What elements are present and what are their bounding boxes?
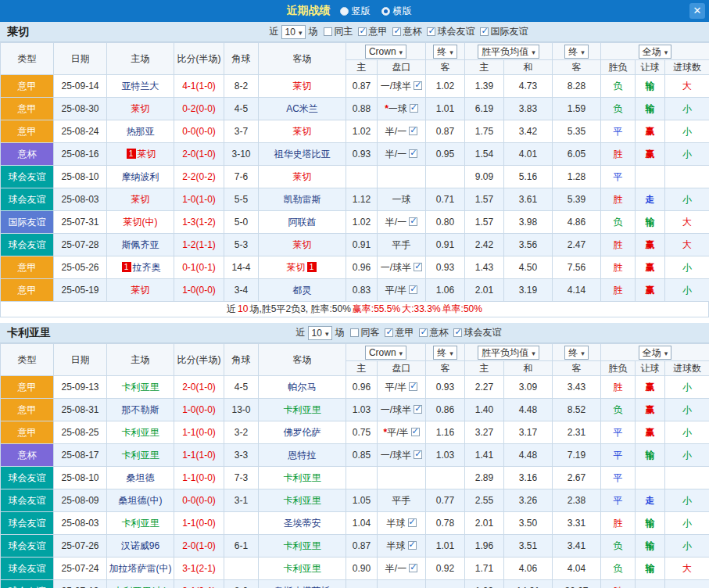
handicap-checkbox-icon[interactable] [414,81,422,90]
result-cell: 胜 [601,256,636,279]
avg-away-cell: 2.31 [553,421,601,444]
handicap-checkbox-icon[interactable] [409,149,417,158]
filter-checkbox[interactable]: 同客 [350,326,379,339]
avg-final-select[interactable]: 终 [564,346,589,360]
scope-select[interactable]: 全场 [639,346,672,360]
corner-cell: 13-0 [224,399,259,421]
handicap-cell: 一球 [378,188,426,211]
checkbox-icon[interactable] [453,328,462,337]
handicap-result-cell: 输 [636,211,665,234]
avg-draw-cell: 4.50 [504,256,553,279]
handicap-checkbox-icon[interactable] [408,541,417,550]
avg-select[interactable]: 胜平负均值 [478,346,539,360]
handicap-cell: 半/一 [378,211,426,234]
checkbox-icon[interactable] [385,328,393,337]
avg-final-header: 终 [553,43,601,60]
home-odds-cell: 0.83 [346,279,378,302]
corner-cell: 7-6 [224,166,259,188]
corner-cell: 8-2 [224,75,259,98]
lecce-matches-table: 类型 日期 主场 比分(半场) 角球 客场 Crown 终 胜平负均值 终 全场… [0,42,709,302]
handicap-checkbox-icon[interactable] [409,127,417,135]
radio-icon[interactable] [381,7,390,16]
handicap-checkbox-icon[interactable] [414,405,422,414]
handicap-result-cell: 输 [636,75,665,98]
away-odds-cell: 0.87 [426,120,465,143]
handicap-checkbox-icon[interactable] [408,518,417,527]
handicap-checkbox-icon[interactable] [409,285,417,294]
checkbox-icon[interactable] [480,27,489,36]
away-team-cell: 阿联酋 [259,211,346,234]
league-cell: 球会友谊 [1,535,54,558]
odds-final-select[interactable]: 终 [433,45,457,59]
date-cell: 25-08-09 [54,489,107,512]
sub-col-odds-home: 主 [346,361,378,376]
games-count-select[interactable]: 10 [281,25,306,39]
away-team-cell: 凯勒雷斯 [259,188,346,211]
handicap-checkbox-icon[interactable] [414,450,422,459]
avg-home-cell: 1.43 [465,256,504,279]
score-cell: 0-1(0-1) [174,256,224,279]
handicap-cell: 半球 [378,535,426,558]
radio-icon[interactable] [340,7,349,16]
home-team-name: 卡利亚里 [122,450,159,461]
handicap-result-cell: 赢 [636,399,665,421]
away-team-name: 圣埃蒂安 [284,518,321,529]
avg-select[interactable]: 胜平负均值 [478,45,539,59]
home-team-cell: 亚特兰大 [107,75,174,98]
handicap-checkbox-icon[interactable] [411,428,420,436]
avg-away-cell: 2.47 [553,234,601,256]
goals-cell: 小 [665,489,709,512]
score-cell: 1-1(0-0) [174,421,224,444]
home-odds-cell: 1.12 [346,188,378,211]
close-button[interactable]: ✕ [689,3,705,19]
away-team-name: AC米兰 [286,103,318,114]
layout-radio[interactable]: 横版 [381,5,412,18]
handicap-cell: 半/一 [378,143,426,166]
checkbox-icon[interactable] [350,328,359,337]
filter-checkbox[interactable]: 国际友谊 [480,25,528,38]
checkbox-icon[interactable] [392,27,401,36]
handicap-checkbox-icon[interactable] [409,382,417,391]
filter-checkbox[interactable]: 球会友谊 [453,326,501,339]
handicap-text: 半球 [387,540,406,551]
checkbox-icon[interactable] [427,27,435,36]
col-type: 类型 [1,344,54,376]
handicap-cell: 半/一 [378,558,426,580]
handicap-checkbox-icon[interactable] [409,564,417,572]
away-odds-cell [426,580,465,588]
handicap-checkbox-icon[interactable] [409,217,417,226]
handicap-cell: 一/球半 [378,256,426,279]
home-odds-cell: 0.90 [346,558,378,580]
handicap-checkbox-icon[interactable] [414,263,422,271]
col-date: 日期 [54,43,107,75]
odds-company-select[interactable]: Crown [365,45,406,59]
games-count-select[interactable]: 10 [308,326,333,340]
layout-radio[interactable]: 竖版 [340,5,371,18]
home-odds-cell: 0.96 [346,376,378,399]
away-team-cell: 卡利亚里 [259,489,346,512]
away-team-cell: 圣埃蒂安 [259,512,346,535]
filter-checkbox[interactable]: 意甲 [358,25,387,38]
home-odds-cell: 0.75 [346,421,378,444]
handicap-checkbox-icon[interactable] [410,104,418,113]
filter-checkbox[interactable]: 同主 [324,25,353,38]
home-team-name: 莱切(中) [124,217,158,228]
filter-checkbox[interactable]: 意杯 [392,25,421,38]
date-cell: 25-08-24 [54,120,107,143]
home-odds-cell: 0.91 [346,234,378,256]
checkbox-icon[interactable] [324,27,332,36]
filter-checkbox[interactable]: 意杯 [419,326,448,339]
filter-checkbox[interactable]: 意甲 [385,326,414,339]
avg-final-select[interactable]: 终 [564,45,589,59]
filter-checkbox[interactable]: 球会友谊 [427,25,474,38]
handicap-result-cell [636,166,665,188]
away-team-name: 莱切 [287,262,306,273]
checkbox-icon[interactable] [358,27,367,36]
odds-company-select[interactable]: Crown [365,346,406,360]
scope-select[interactable]: 全场 [639,45,672,59]
away-team-name: 帕尔马 [288,382,317,393]
odds-final-select[interactable]: 终 [433,346,457,360]
checkbox-icon[interactable] [419,328,428,337]
date-cell: 25-05-26 [54,256,107,279]
avg-home-cell: 2.55 [465,489,504,512]
